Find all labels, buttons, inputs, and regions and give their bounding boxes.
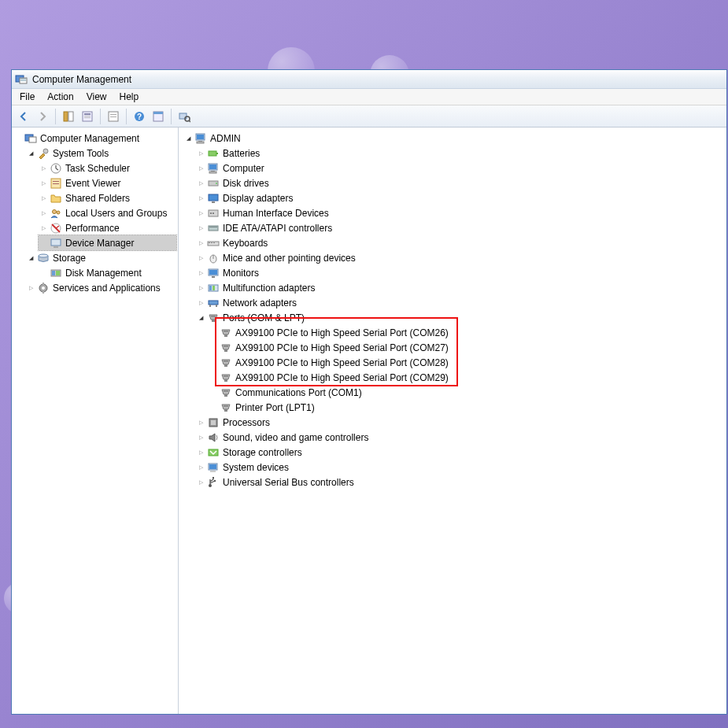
tree-item-label: Task Scheduler: [64, 163, 131, 174]
svg-rect-3: [20, 80, 26, 81]
tree-item-task-scheduler[interactable]: Task Scheduler: [39, 161, 176, 176]
device-port[interactable]: Communications Port (COM1): [209, 385, 722, 400]
expander-icon[interactable]: [196, 179, 205, 188]
expander-icon[interactable]: [26, 149, 35, 158]
menu-help[interactable]: Help: [113, 89, 146, 105]
cpu-icon: [207, 416, 220, 429]
tree-item-shared-folders[interactable]: Shared Folders: [39, 190, 176, 205]
expander-icon[interactable]: [39, 224, 48, 233]
device-port-highlighted[interactable]: AX99100 PCIe to High Speed Serial Port (…: [209, 325, 722, 340]
device-category[interactable]: Universal Serial Bus controllers: [196, 475, 722, 490]
tree-item-label: Event Viewer: [64, 178, 122, 189]
expander-icon[interactable]: [196, 209, 205, 218]
expander-icon[interactable]: [196, 164, 205, 173]
device-category[interactable]: Monitors: [196, 265, 722, 280]
svg-rect-72: [209, 305, 211, 307]
event-icon: [50, 177, 62, 190]
expander-icon[interactable]: [196, 268, 205, 278]
multi-icon: [207, 282, 220, 294]
expander-icon[interactable]: [196, 149, 205, 158]
expander-icon[interactable]: [196, 313, 205, 323]
svg-point-77: [214, 316, 216, 317]
expander-icon[interactable]: [196, 463, 205, 472]
expander-icon[interactable]: [39, 194, 48, 203]
refresh-button[interactable]: [105, 108, 122, 125]
menu-view[interactable]: View: [80, 89, 113, 105]
svg-rect-57: [209, 226, 218, 231]
svg-rect-8: [84, 116, 91, 116]
device-category[interactable]: Human Interface Devices: [196, 205, 722, 220]
device-port-highlighted[interactable]: AX99100 PCIe to High Speed Serial Port (…: [209, 355, 722, 370]
device-category[interactable]: System devices: [196, 460, 722, 475]
expander-icon[interactable]: [196, 433, 205, 442]
expander-icon[interactable]: [39, 164, 48, 173]
svg-rect-43: [197, 142, 204, 143]
display-icon: [207, 192, 220, 205]
help-button[interactable]: ?: [131, 108, 148, 125]
device-category[interactable]: Keyboards: [196, 235, 722, 250]
tree-item-device-manager[interactable]: Device Manager: [39, 235, 176, 250]
device-category[interactable]: Disk drives: [196, 176, 722, 190]
menu-file[interactable]: File: [13, 89, 41, 105]
expander-icon[interactable]: [196, 298, 205, 308]
scan-hardware-button[interactable]: [176, 108, 193, 125]
tree-item-performance[interactable]: Performance: [39, 220, 176, 235]
device-port-highlighted[interactable]: AX99100 PCIe to High Speed Serial Port (…: [209, 370, 722, 385]
tree-item-label: Human Interface Devices: [221, 208, 331, 219]
properties-button[interactable]: [79, 108, 96, 125]
device-category[interactable]: IDE ATA/ATAPI controllers: [196, 220, 722, 235]
expander-icon[interactable]: [26, 253, 35, 263]
show-hide-tree-button[interactable]: [60, 108, 77, 125]
device-port[interactable]: Printer Port (LPT1): [209, 400, 722, 415]
device-category[interactable]: Processors: [196, 415, 722, 430]
device-category[interactable]: Batteries: [196, 146, 722, 161]
svg-rect-61: [211, 242, 212, 243]
expander-icon[interactable]: [196, 253, 205, 263]
forward-button[interactable]: [34, 108, 51, 125]
expander-icon[interactable]: [196, 283, 205, 293]
device-category[interactable]: Mice and other pointing devices: [196, 250, 722, 265]
toolbar-button[interactable]: [150, 108, 167, 125]
tree-item-services-applications[interactable]: Services and Applications: [26, 280, 176, 295]
svg-rect-86: [224, 364, 227, 367]
usb-icon: [207, 476, 220, 489]
device-category-ports[interactable]: Ports (COM & LPT): [196, 310, 722, 325]
perf-icon: [50, 222, 62, 235]
expander-icon[interactable]: [196, 224, 205, 233]
svg-rect-69: [209, 286, 212, 290]
toolbar-separator: [126, 109, 127, 124]
expander-icon[interactable]: [196, 194, 205, 203]
expander-icon[interactable]: [39, 209, 48, 218]
expander-icon[interactable]: [26, 283, 35, 293]
computer-management-window: Computer Management File Action View Hel…: [11, 69, 727, 715]
expander-icon[interactable]: [183, 134, 193, 143]
expander-icon[interactable]: [196, 448, 205, 457]
console-tree-pane: Computer ManagementSystem ToolsTask Sche…: [12, 127, 179, 714]
menu-action[interactable]: Action: [41, 89, 79, 105]
device-category[interactable]: Storage controllers: [196, 445, 722, 460]
tree-item-label: Local Users and Groups: [64, 208, 168, 219]
device-root[interactable]: ADMIN: [183, 131, 722, 146]
back-button[interactable]: [15, 108, 32, 125]
device-category[interactable]: Network adapters: [196, 295, 722, 310]
tree-item-local-users-and-groups[interactable]: Local Users and Groups: [39, 205, 176, 220]
expander-icon[interactable]: [196, 238, 205, 248]
device-category[interactable]: Sound, video and game controllers: [196, 430, 722, 445]
tree-item-storage[interactable]: Storage: [26, 250, 176, 265]
titlebar[interactable]: Computer Management: [12, 70, 726, 89]
tree-item-system-tools[interactable]: System Tools: [26, 146, 176, 161]
device-category[interactable]: Display adapters: [196, 190, 722, 205]
tree-item-disk-management[interactable]: Disk Management: [39, 265, 176, 280]
tree-root-computer-management[interactable]: Computer Management: [13, 131, 176, 146]
device-port-highlighted[interactable]: AX99100 PCIe to High Speed Serial Port (…: [209, 340, 722, 355]
tree-item-event-viewer[interactable]: Event Viewer: [39, 176, 176, 190]
tree-item-label: Keyboards: [221, 238, 269, 249]
svg-point-99: [224, 405, 225, 407]
expander-icon[interactable]: [196, 478, 205, 487]
device-category[interactable]: Multifunction adapters: [196, 280, 722, 295]
device-category[interactable]: Computer: [196, 161, 722, 176]
expander-icon[interactable]: [196, 418, 205, 427]
expander-icon[interactable]: [39, 179, 48, 188]
device-icon: [50, 237, 62, 249]
computer-icon: [207, 162, 220, 175]
